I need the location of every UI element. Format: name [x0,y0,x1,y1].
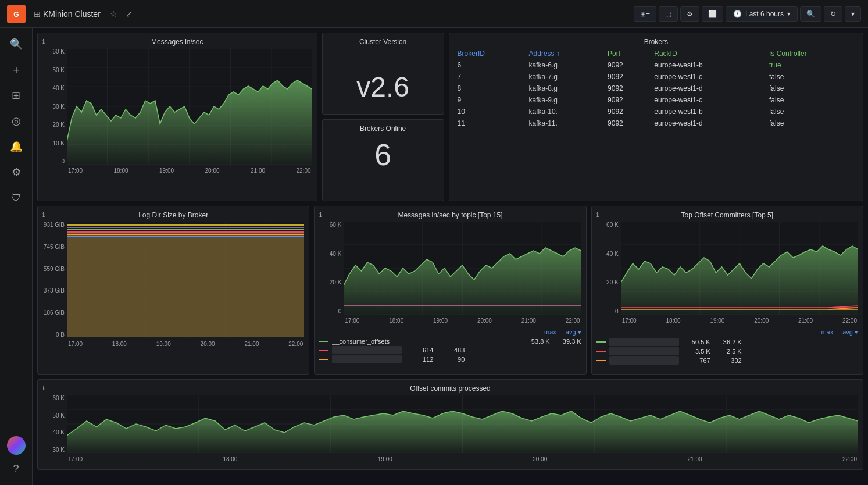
col-port[interactable]: Port [604,48,651,59]
mark-as-favourite-button[interactable]: ⬚ [659,6,678,22]
broker-port: 9092 [604,83,651,94]
sidebar-item-shield[interactable]: 🛡 [5,186,28,209]
version-value: v2.6 [356,70,409,104]
offset-xaxis: 17:00 18:00 19:00 20:00 21:00 22:00 [621,315,858,326]
add-panel-icon: ⊞+ [640,10,650,18]
legend-row-1[interactable]: __consumer_offsets 53.8 K 39.3 K [319,337,581,345]
offset-legend-avg-3: 302 [714,357,742,364]
offset-avg-label[interactable]: avg ▾ [842,329,858,336]
sidebar-item-explore[interactable]: ◎ [5,109,28,133]
offset-legend-row-1[interactable]: 50.5 K 36.2 K [596,337,858,347]
broker-controller: false [766,94,858,106]
legend-row-3[interactable]: 112 90 [319,355,581,364]
tv-mode-button[interactable]: ⬜ [702,6,723,22]
table-row[interactable]: 8 kafka-8.g 9092 europe-west1-d false [454,83,858,94]
offset-legend-row-2[interactable]: 3.5 K 2.5 K [596,347,858,356]
offset-legend-row-3[interactable]: 767 302 [596,356,858,365]
offset-commits-chart: 60 K 50 K 40 K 30 K [42,395,858,465]
col-is-controller[interactable]: Is Controller [766,48,858,59]
table-row[interactable]: 7 kafka-7.g 9092 europe-west1-c false [454,71,858,83]
offset-chart-area [621,222,858,315]
broker-port: 9092 [604,59,651,72]
col-address[interactable]: Address ↑ [526,48,604,59]
refresh-dropdown-button[interactable]: ▾ [845,6,861,22]
legend-name-blurred-2 [332,346,402,354]
messages-yaxis: 60 K 50 K 40 K 30 K 20 K 10 K 0 [42,48,67,165]
legend-color-1 [319,341,328,342]
brokers-online-value: 6 [327,137,439,172]
brokers-title: Brokers [454,38,858,46]
offset-commits-xaxis: 17:00 18:00 19:00 20:00 21:00 22:00 [67,453,858,465]
sidebar-item-alerting[interactable]: 🔔 [5,135,28,158]
table-row[interactable]: 11 kafka-11. 9092 europe-west1-d false [454,117,858,129]
sidebar-item-dashboards[interactable]: ⊞ [5,84,28,107]
topbar: G ⊞ KMinion Cluster ☆ ⤢ ⊞+ ⬚ ⚙ ⬜ 🕐 Last … [0,0,868,28]
broker-controller: false [766,83,858,94]
messages-by-topic-panel: ℹ Messages in/sec by topic [Top 15] 60 K… [314,206,586,375]
offset-legend-max-1: 50.5 K [683,338,710,345]
broker-controller: true [766,59,858,72]
svg-text:G: G [13,10,19,19]
table-row[interactable]: 6 kafka-6.g 9092 europe-west1-b true [454,59,858,72]
broker-id: 8 [454,83,526,94]
search-time-button[interactable]: 🔍 [800,6,821,22]
share-button[interactable]: ⤢ [123,7,135,21]
broker-port: 9092 [604,71,651,83]
row-1: ℹ Messages in/sec 60 K 50 K 40 K 30 K 20… [37,33,863,201]
brokers-online-panel: Brokers Online 6 [322,119,444,201]
broker-id: 10 [454,106,526,117]
broker-address: kafka-11. [526,117,604,129]
broker-address: kafka-9.g [526,94,604,106]
add-panel-button[interactable]: ⊞+ [634,6,656,22]
max-label[interactable]: max [544,329,556,336]
time-range-picker[interactable]: 🕐 Last 6 hours ▾ [726,6,798,22]
offset-legend-color-3 [596,360,606,361]
offset-legend-name-2 [609,347,679,355]
col-rackid[interactable]: RackID [651,48,766,59]
broker-controller: false [766,106,858,117]
table-row[interactable]: 10 kafka-10. 9092 europe-west1-b false [454,106,858,117]
topic-chart-area [344,222,581,315]
broker-id: 7 [454,71,526,83]
refresh-button[interactable]: ↻ [824,6,842,22]
broker-rack: europe-west1-d [651,117,766,129]
broker-rack: europe-west1-b [651,59,766,72]
offset-legend-header: max avg ▾ [596,329,858,336]
offset-legend-color-1 [596,341,606,343]
offset-yaxis: 60 K 40 K 20 K 0 [596,222,621,315]
cluster-version-content: v2.6 [327,48,439,115]
brokers-panel: Brokers BrokerID Address ↑ Port RackID I… [449,33,863,201]
grid-menu-button[interactable]: ⊞ [31,7,43,21]
cluster-version-title: Cluster Version [327,38,439,46]
col-broker-id[interactable]: BrokerID [454,48,526,59]
cluster-version-panel: Cluster Version v2.6 [322,33,444,115]
row-2: ℹ Log Dir Size by Broker 931 GiB 745 GiB… [37,206,863,375]
legend-max-2: 614 [405,347,433,354]
table-row[interactable]: 9 kafka-9.g 9092 europe-west1-c false [454,94,858,106]
avatar[interactable] [7,436,26,455]
legend-row-2[interactable]: 614 483 [319,345,581,355]
sidebar-item-help[interactable]: ? [5,457,28,480]
broker-address: kafka-10. [526,106,604,117]
dashboard-title: KMinion Cluster [43,9,101,19]
brokers-online-title: Brokers Online [327,124,439,133]
offset-legend-max-3: 767 [683,357,710,364]
top-offset-panel: ℹ Top Offset Committers [Top 5] 60 K 40 … [591,206,863,375]
broker-controller: false [766,71,858,83]
sidebar-item-search[interactable]: 🔍 [5,33,28,56]
star-button[interactable]: ☆ [108,7,120,21]
offset-max-label[interactable]: max [821,329,833,336]
offset-commits-yaxis: 60 K 50 K 40 K 30 K [42,395,67,453]
chevron-down-icon: ▾ [787,10,790,17]
row-3: ℹ Offset commits processed 60 K 50 K 40 … [37,379,863,470]
avg-label[interactable]: avg ▾ [566,329,581,336]
dashboard-settings-button[interactable]: ⚙ [680,6,699,22]
offset-info-icon: ℹ [596,211,599,219]
broker-id: 11 [454,117,526,129]
log-dir-chart-area [67,222,304,338]
sidebar-item-add[interactable]: ＋ [5,58,28,81]
offset-legend: max avg ▾ 50.5 K 36.2 K 3.5 K 2.5 K [596,329,858,365]
offset-legend-avg-1: 36.2 K [714,338,742,345]
offset-commits-chart-area [67,395,858,453]
sidebar-item-settings[interactable]: ⚙ [5,161,28,184]
